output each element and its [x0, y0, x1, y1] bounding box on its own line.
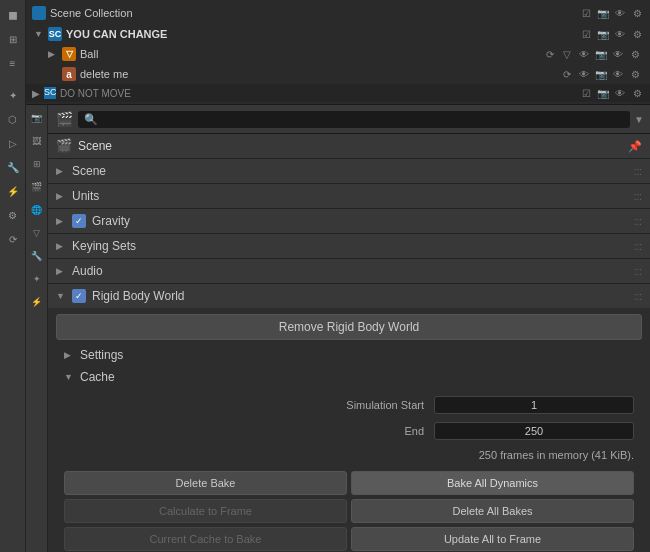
section-keying-sets-drag: ::: [634, 241, 642, 252]
ball-filter[interactable]: ▽ [560, 47, 574, 61]
ball-vis[interactable]: 👁 [577, 47, 591, 61]
delete-me-gear[interactable]: ⚙ [628, 67, 642, 81]
current-cache-to-bake-button[interactable]: Current Cache to Bake [64, 527, 347, 551]
bake-all-dynamics-button[interactable]: Bake All Dynamics [351, 471, 634, 495]
scene-heading-title: Scene [78, 139, 112, 153]
ball-sync[interactable]: ⟳ [543, 47, 557, 61]
hide-icon[interactable]: 👁 [613, 6, 627, 20]
section-units-label: Units [72, 189, 99, 203]
group-vis[interactable]: ☑ [579, 27, 593, 41]
settings-label: Settings [80, 348, 123, 362]
prop-tab-view-layer[interactable]: ⊞ [27, 153, 47, 175]
tree-item-ball[interactable]: ▶ ▽ Ball ⟳ ▽ 👁 📷 👁 ⚙ [26, 44, 650, 64]
ball-render[interactable]: 📷 [594, 47, 608, 61]
group-label: YOU CAN CHANGE [66, 28, 167, 40]
delete-me-eye[interactable]: 👁 [611, 67, 625, 81]
section-rigid-body-world: ▼ ✓ Rigid Body World ::: Remove Rigid Bo… [48, 284, 650, 552]
rbw-checkbox[interactable]: ✓ [72, 289, 86, 303]
section-gravity: ▶ ✓ Gravity ::: [48, 209, 650, 234]
search-icon: 🔍 [84, 113, 98, 126]
group-render[interactable]: 📷 [596, 27, 610, 41]
settings-subsection-header[interactable]: ▶ Settings [56, 344, 642, 366]
settings-arrow: ▶ [64, 350, 74, 360]
gravity-checkbox[interactable]: ✓ [72, 214, 86, 228]
panel-chevron[interactable]: ▼ [634, 114, 644, 125]
delete-all-bakes-button[interactable]: Delete All Bakes [351, 499, 634, 523]
search-bar: 🎬 🔍 ▼ [48, 105, 650, 134]
delete-me-label: delete me [80, 68, 128, 80]
ball-icon: ▽ [62, 47, 76, 61]
section-audio-header[interactable]: ▶ Audio ::: [48, 259, 650, 283]
section-rbw-drag: ::: [634, 291, 642, 302]
prop-tab-physics[interactable]: ⚡ [27, 291, 47, 313]
lock-icon[interactable]: ⚙ [630, 6, 644, 20]
cache-subsection-header[interactable]: ▼ Cache [56, 366, 642, 388]
prop-tab-render[interactable]: 📷 [27, 107, 47, 129]
prop-tab-particles[interactable]: ✦ [27, 268, 47, 290]
delete-me-sync[interactable]: ⟳ [560, 67, 574, 81]
collection-icon [32, 6, 46, 20]
toolbar-icon-8[interactable]: ⚡ [2, 180, 24, 202]
ball-gear[interactable]: ⚙ [628, 47, 642, 61]
section-keying-sets-label: Keying Sets [72, 239, 136, 253]
prop-tab-output[interactable]: 🖼 [27, 130, 47, 152]
group-do-not-move[interactable]: ▶ SC DO NOT MOVE ☑ 📷 👁 ⚙ [26, 84, 650, 102]
group-you-can-change[interactable]: ▼ SC YOU CAN CHANGE ☑ 📷 👁 ⚙ [26, 24, 650, 44]
rbw-content: Remove Rigid Body World ▶ Settings ▼ Cac… [48, 308, 650, 552]
group-arrow-expanded: ▼ [34, 29, 46, 39]
toolbar-icon-2[interactable]: ⊞ [2, 28, 24, 50]
pin-icon[interactable]: 📌 [628, 140, 642, 153]
do-not-move-icons: ☑ 📷 👁 ⚙ [579, 86, 644, 100]
cache-content: Simulation Start End 250 frames in memor… [56, 388, 642, 552]
toolbar-icon-3[interactable]: ≡ [2, 52, 24, 74]
left-toolbar: ◼ ⊞ ≡ ✦ ⬡ ▷ 🔧 ⚡ ⚙ ⟳ [0, 0, 26, 552]
prop-tab-object[interactable]: ▽ [27, 222, 47, 244]
toolbar-icon-mode[interactable]: ◼ [2, 4, 24, 26]
toolbar-icon-9[interactable]: ⚙ [2, 204, 24, 226]
simulation-start-row: Simulation Start [64, 394, 634, 416]
group-eye[interactable]: 👁 [613, 27, 627, 41]
section-rbw-header[interactable]: ▼ ✓ Rigid Body World ::: [48, 284, 650, 308]
scene-heading: 🎬 Scene 📌 [48, 134, 650, 159]
remove-rigid-body-world-button[interactable]: Remove Rigid Body World [56, 314, 642, 340]
section-gravity-header[interactable]: ▶ ✓ Gravity ::: [48, 209, 650, 233]
update-all-to-frame-button[interactable]: Update All to Frame [351, 527, 634, 551]
section-audio-label: Audio [72, 264, 103, 278]
render-icon[interactable]: 📷 [596, 6, 610, 20]
dnm-render[interactable]: 📷 [596, 86, 610, 100]
delete-me-render[interactable]: 📷 [594, 67, 608, 81]
toolbar-icon-10[interactable]: ⟳ [2, 228, 24, 250]
toolbar-icon-4[interactable]: ✦ [2, 84, 24, 106]
prop-tab-world[interactable]: 🌐 [27, 199, 47, 221]
dnm-vis[interactable]: ☑ [579, 86, 593, 100]
group-lock[interactable]: ⚙ [630, 27, 644, 41]
visibility-icon[interactable]: ☑ [579, 6, 593, 20]
section-gravity-arrow: ▶ [56, 216, 66, 226]
toolbar-icon-5[interactable]: ⬡ [2, 108, 24, 130]
toolbar-icon-6[interactable]: ▷ [2, 132, 24, 154]
section-units-arrow: ▶ [56, 191, 66, 201]
ball-eye[interactable]: 👁 [611, 47, 625, 61]
end-input[interactable] [434, 422, 634, 440]
section-keying-sets-header[interactable]: ▶ Keying Sets ::: [48, 234, 650, 258]
delete-bake-button[interactable]: Delete Bake [64, 471, 347, 495]
section-audio: ▶ Audio ::: [48, 259, 650, 284]
scene-heading-icon: 🎬 [56, 138, 72, 154]
section-scene-arrow: ▶ [56, 166, 66, 176]
tree-item-delete-me[interactable]: a delete me ⟳ 👁 📷 👁 ⚙ [26, 64, 650, 84]
scene-tree: Scene Collection ☑ 📷 👁 ⚙ ▼ SC YOU CAN CH… [26, 0, 650, 105]
delete-me-icon: a [62, 67, 76, 81]
search-input[interactable] [102, 113, 624, 125]
dnm-gear[interactable]: ⚙ [630, 86, 644, 100]
delete-me-vis[interactable]: 👁 [577, 67, 591, 81]
dnm-eye[interactable]: 👁 [613, 86, 627, 100]
section-scene-header[interactable]: ▶ Scene ::: [48, 159, 650, 183]
prop-tab-modifier[interactable]: 🔧 [27, 245, 47, 267]
section-units-header[interactable]: ▶ Units ::: [48, 184, 650, 208]
collection-title: Scene Collection [50, 7, 133, 19]
search-input-wrap: 🔍 [78, 111, 630, 128]
prop-tab-scene[interactable]: 🎬 [27, 176, 47, 198]
calculate-to-frame-button[interactable]: Calculate to Frame [64, 499, 347, 523]
simulation-start-input[interactable] [434, 396, 634, 414]
toolbar-icon-7[interactable]: 🔧 [2, 156, 24, 178]
